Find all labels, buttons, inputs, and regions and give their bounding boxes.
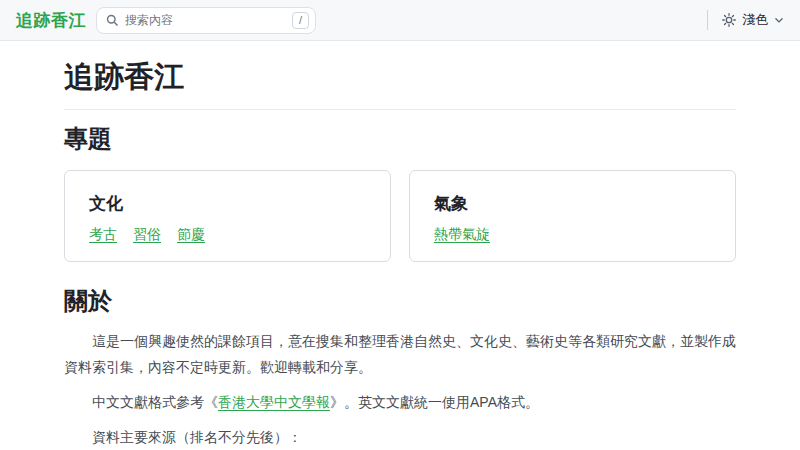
topic-link-customs[interactable]: 習俗 <box>133 226 161 244</box>
topic-card-meteorology: 氣象 熱帶氣旋 <box>409 170 736 262</box>
sun-icon <box>722 13 736 27</box>
topic-link-archaeology[interactable]: 考古 <box>89 226 117 244</box>
chevron-down-icon <box>774 15 784 25</box>
theme-toggle-button[interactable]: 淺色 <box>722 11 784 29</box>
about-heading: 關於 <box>64 286 736 316</box>
topics-heading: 專題 <box>64 124 736 154</box>
header-right-group: 淺色 <box>707 10 784 30</box>
page-title: 追跡香江 <box>64 59 736 95</box>
card-links: 考古 習俗 節慶 <box>89 226 366 244</box>
card-links: 熱帶氣旋 <box>434 226 711 244</box>
about-paragraph-citation: 中文文獻格式參考《香港大學中文學報》。英文文獻統一使用APA格式。 <box>64 389 736 415</box>
about-paragraph-sources: 資料主要來源（排名不分先後）： <box>64 424 736 450</box>
topic-link-festivals[interactable]: 節慶 <box>177 226 205 244</box>
card-title: 氣象 <box>434 192 711 215</box>
citation-text-before: 中文文獻格式參考《 <box>92 394 218 410</box>
topics-cards: 文化 考古 習俗 節慶 氣象 熱帶氣旋 <box>64 170 736 262</box>
card-title: 文化 <box>89 192 366 215</box>
app-header: 追跡香江 / <box>0 0 800 41</box>
topic-link-tropical-cyclone[interactable]: 熱帶氣旋 <box>434 226 490 244</box>
theme-label: 淺色 <box>742 11 768 29</box>
main-content: 追跡香江 專題 文化 考古 習俗 節慶 氣象 熱帶氣旋 關於 這是一個興趣使然的… <box>64 59 736 450</box>
journal-link[interactable]: 香港大學中文學報 <box>218 394 330 410</box>
topic-card-culture: 文化 考古 習俗 節慶 <box>64 170 391 262</box>
header-divider <box>707 10 708 30</box>
about-paragraph-intro: 這是一個興趣使然的課餘項目，意在搜集和整理香港自然史、文化史、藝術史等各類研究文… <box>64 328 736 380</box>
search-box[interactable]: / <box>96 7 316 34</box>
citation-text-after: 》。英文文獻統一使用APA格式。 <box>330 394 539 410</box>
slash-key-hint: / <box>292 12 309 29</box>
about-section: 關於 這是一個興趣使然的課餘項目，意在搜集和整理香港自然史、文化史、藝術史等各類… <box>64 286 736 450</box>
search-icon <box>106 14 119 27</box>
search-input[interactable] <box>125 13 292 27</box>
title-divider <box>64 109 736 110</box>
site-logo[interactable]: 追跡香江 <box>16 9 86 32</box>
